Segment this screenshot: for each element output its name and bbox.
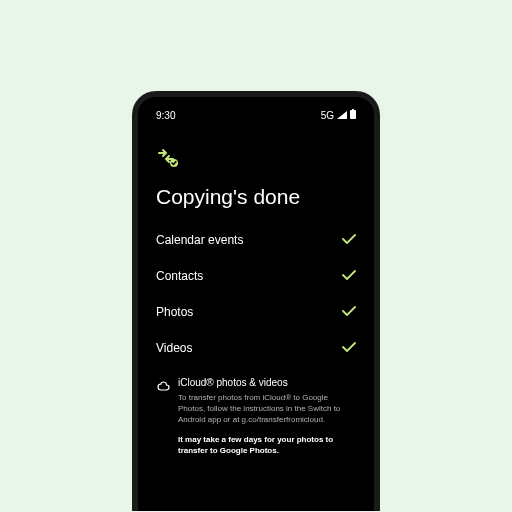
copied-items-list: Calendar events Contacts Photos Videos	[156, 233, 356, 355]
list-item-label: Contacts	[156, 269, 203, 283]
transfer-complete-icon	[156, 147, 356, 173]
list-item: Videos	[156, 341, 356, 355]
status-time: 9:30	[156, 110, 175, 121]
svg-rect-1	[352, 109, 354, 111]
page-title: Copying's done	[156, 185, 356, 209]
list-item: Calendar events	[156, 233, 356, 247]
network-label: 5G	[321, 110, 334, 121]
battery-icon	[350, 109, 356, 121]
list-item-label: Photos	[156, 305, 193, 319]
check-icon	[342, 269, 356, 283]
screen: 9:30 5G Copying's done	[138, 97, 374, 511]
phone-frame: 9:30 5G Copying's done	[132, 91, 380, 511]
cloud-icon	[156, 378, 170, 396]
info-section: iCloud® photos & videos To transfer phot…	[156, 377, 356, 426]
signal-icon	[337, 110, 347, 121]
status-right: 5G	[321, 109, 356, 121]
list-item: Contacts	[156, 269, 356, 283]
info-text: iCloud® photos & videos To transfer phot…	[178, 377, 356, 426]
info-body: To transfer photos from iCloud® to Googl…	[178, 392, 356, 426]
check-icon	[342, 233, 356, 247]
list-item: Photos	[156, 305, 356, 319]
list-item-label: Calendar events	[156, 233, 243, 247]
info-note: It may take a few days for your photos t…	[178, 434, 356, 456]
check-icon	[342, 341, 356, 355]
info-title: iCloud® photos & videos	[178, 377, 356, 388]
status-bar: 9:30 5G	[156, 107, 356, 129]
check-icon	[342, 305, 356, 319]
list-item-label: Videos	[156, 341, 192, 355]
svg-rect-0	[350, 110, 356, 119]
